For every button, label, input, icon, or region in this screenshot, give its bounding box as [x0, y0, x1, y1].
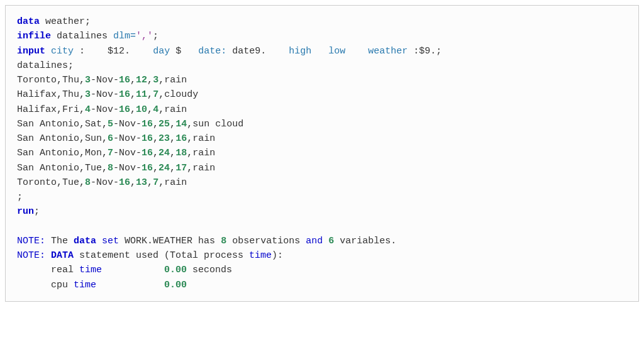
note2-close: ): [272, 250, 283, 261]
fmt-w: :$9. [413, 46, 436, 57]
kw-datalines: datalines [17, 60, 68, 71]
str-dlm: ',' [136, 31, 153, 41]
data-rows: Toronto,Thu,3-Nov-16,12,3,rain Halifax,T… [17, 75, 243, 188]
semicolon: ; [436, 46, 441, 57]
var-day: day [153, 46, 170, 57]
var-city: city [51, 46, 74, 57]
note2-time: time [249, 250, 272, 261]
kw-input: input [17, 46, 45, 57]
semicolon-line: ; [17, 192, 23, 202]
kw-run: run [17, 206, 34, 217]
cpu-val: 0.00 [164, 280, 187, 290]
real-time: time [79, 265, 102, 275]
semicolon: ; [85, 16, 91, 27]
semicolon: ; [34, 206, 40, 217]
var-weather: weather [368, 46, 408, 57]
note1-n1: 8 [221, 236, 226, 246]
kw-data: data [17, 16, 40, 27]
note1-a: The [51, 236, 74, 246]
dollar: $ [175, 46, 181, 57]
real-sec: seconds [187, 265, 232, 275]
note-label: NOTE: [17, 250, 45, 261]
dataset-name: weather [45, 16, 85, 27]
fmt-12: $12. [108, 46, 130, 57]
note1-b: WORK.WEATHER has [119, 236, 221, 246]
cpu-time: time [74, 280, 96, 290]
fmt-date9: date9. [232, 46, 266, 57]
cpu-label: cpu [51, 280, 74, 290]
opt-dlm: dlm= [113, 31, 136, 41]
var-date: date: [198, 46, 226, 57]
opt-datalines: datalines [57, 31, 108, 41]
note1-c: observations [226, 236, 306, 246]
note1-n2: 6 [328, 236, 334, 246]
semicolon: ; [153, 31, 158, 41]
real-label: real [51, 265, 79, 275]
semicolon: ; [68, 60, 74, 71]
kw-infile: infile [17, 31, 51, 41]
sas-code-block: data weather; infile datalines dlm=','; … [5, 5, 639, 302]
note1-kw-set: set [102, 236, 119, 246]
note2-kw-data: DATA [51, 250, 74, 261]
note1-d: variables. [334, 236, 396, 246]
note-label: NOTE: [17, 236, 45, 246]
colon: : [79, 46, 85, 57]
var-high: high [289, 46, 311, 57]
note2-txt: statement used (Total process [74, 250, 249, 261]
var-low: low [328, 46, 345, 57]
real-val: 0.00 [164, 265, 187, 275]
note1-kw-data: data [74, 236, 96, 246]
note1-and: and [306, 236, 323, 246]
